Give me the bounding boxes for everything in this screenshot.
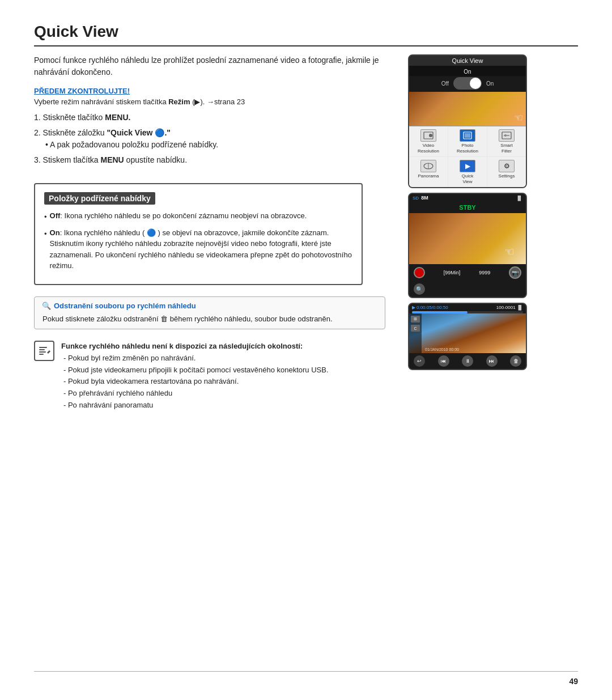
- svg-marker-4: [47, 350, 50, 354]
- quickview-icon: ▶: [460, 160, 475, 172]
- zoom-button[interactable]: 🔍: [414, 283, 425, 295]
- menu-item-settings[interactable]: ⚙ Settings: [487, 157, 526, 187]
- on-label-row: On: [409, 66, 526, 76]
- caption-icon: C: [411, 325, 420, 332]
- step-1: 1. Stiskněte tlačítko MENU.: [34, 112, 385, 124]
- note-item-5: Po nahrávání panoramatu: [63, 400, 329, 411]
- device-bot-statusbar: ▶ 0:00:05/0:00:50 100-0001 ▐▌: [409, 304, 526, 311]
- predem-link[interactable]: PŘEDEM ZKONTROLUJTE!: [34, 87, 130, 95]
- odstraneni-desc: Pokud stisknete záložku odstranění 🗑 běh…: [42, 313, 377, 325]
- delete-button-bot[interactable]: 🗑: [510, 355, 521, 367]
- stby-row: STBY: [409, 202, 526, 213]
- file-id: 100-0001: [496, 305, 516, 310]
- polozky-box: Položky podřízené nabídky • Off: Ikona r…: [34, 183, 363, 285]
- odstraneni-title-text: Odstranění souboru po rychlém náhledu: [54, 302, 196, 310]
- menu-item-smart-filter[interactable]: SmartFilter: [487, 126, 526, 156]
- pause-button[interactable]: ⏸: [462, 355, 473, 367]
- step-1-number: 1.: [34, 113, 41, 122]
- settings-icon: ⚙: [499, 160, 515, 172]
- menu-item-panorama-label: Panorama: [418, 173, 439, 179]
- note-box: Funkce rychlého náhledu není k dispozici…: [34, 341, 397, 411]
- bullet-on: •: [44, 228, 47, 271]
- polozky-on-text: On: Ikona rychlého náhledu ( 🔵 ) se obje…: [50, 227, 352, 271]
- date-label: 01/JAN/2010 00:00: [425, 347, 459, 351]
- menu-bold-1: MENU.: [105, 113, 130, 122]
- quickview-bold: "Quick View 🔵.": [107, 128, 171, 137]
- toggle-thumb: [470, 78, 481, 89]
- sd-icon: SD: [413, 196, 419, 201]
- photo-preview-top: ☜: [409, 92, 526, 126]
- step-3: 3. Stiskem tlačítka MENU opustíte nabídk…: [34, 154, 385, 166]
- toggle-row: Off On: [409, 76, 526, 92]
- note-text: Funkce rychlého náhledu není k dispozici…: [61, 341, 329, 411]
- intro-text: Pomocí funkce rychlého náhledu lze prohl…: [34, 54, 385, 78]
- bottom-divider: [34, 671, 578, 672]
- page-title: Quick View: [34, 23, 578, 41]
- back-button[interactable]: ↩: [414, 355, 425, 367]
- 8m-label: 8M: [421, 195, 428, 201]
- note-item-3: Pokud byla videokamera restartována po n…: [63, 376, 329, 388]
- svg-rect-1: [39, 349, 45, 350]
- note-item-2: Pokud jste videokameru připojili k počít…: [63, 364, 329, 376]
- main-content: Pomocí funkce rychlého náhledu lze prohl…: [34, 54, 578, 411]
- menu-item-photo-label: PhotoResolution: [457, 143, 478, 154]
- svg-rect-0: [39, 347, 47, 348]
- toggle-on-label: On: [486, 80, 494, 87]
- search-icon: 🔍: [42, 302, 50, 309]
- play-icon-small: ▶: [412, 305, 415, 310]
- time-label: [99Min]: [444, 270, 461, 275]
- note-item-1: Pokud byl režim změněn po nahrávání.: [63, 353, 329, 364]
- polozky-title: Položky podřízené nabídky: [44, 192, 155, 205]
- panorama-icon: [420, 160, 436, 172]
- menu-item-settings-label: Settings: [499, 173, 515, 179]
- camera-button[interactable]: 📷: [509, 266, 521, 279]
- menu-item-panorama[interactable]: Panorama: [409, 157, 448, 187]
- bullet-off: •: [44, 211, 47, 223]
- timecode: 0:00:05/0:00:50: [416, 305, 448, 310]
- toggle-off-label: Off: [441, 80, 449, 87]
- photo-preview-bot: ⊞ C 01/JAN/2010 00:00: [409, 313, 526, 353]
- on-text: On: [464, 69, 471, 75]
- predem-section: PŘEDEM ZKONTROLUJTE! Vyberte režim nahrá…: [34, 86, 397, 106]
- device-mid: SD 8M ▐▌ STBY ☜ [99Min] 9999 📷 🔍: [408, 193, 527, 298]
- menu-item-video-res[interactable]: VideoResolution: [409, 126, 448, 156]
- menu-item-smart-label: SmartFilter: [500, 143, 512, 154]
- left-column: Pomocí funkce rychlého náhledu lze prohl…: [34, 54, 397, 411]
- odstraneni-title: 🔍 Odstranění souboru po rychlém náhledu: [42, 302, 377, 310]
- record-button[interactable]: [414, 267, 425, 278]
- note-bold: Funkce rychlého náhledu není k dispozici…: [61, 342, 303, 350]
- device-top-header: Quick View: [409, 56, 526, 66]
- rewind-button[interactable]: ⏮: [438, 355, 449, 367]
- predem-desc: Vyberte režim nahrávání stiskem tlačítka…: [34, 97, 385, 106]
- rezim-bold: Režim: [168, 97, 190, 106]
- menu-item-photo-res[interactable]: PhotoResolution: [448, 126, 487, 156]
- svg-point-6: [429, 134, 432, 137]
- polozky-item-off: • Off: Ikona rychlého náhledu se po doko…: [44, 210, 352, 223]
- step-2-sub: • A pak požadovanou položku podřízené na…: [45, 140, 218, 149]
- right-column: Quick View On Off On ☜: [408, 54, 533, 411]
- video-res-icon: [420, 129, 436, 142]
- top-divider: [34, 45, 578, 46]
- device-mid-bottom: 🔍: [409, 281, 526, 297]
- device-top: Quick View On Off On ☜: [408, 54, 527, 188]
- touch-icon-top: ☜: [514, 112, 523, 124]
- device-bot-controls: ↩ ⏮ ⏸ ⏭ 🗑: [409, 353, 526, 369]
- step-2-number: 2.: [34, 128, 41, 137]
- battery-icon: ▐▌: [516, 196, 522, 201]
- stby-label: STBY: [413, 203, 522, 212]
- forward-button[interactable]: ⏭: [486, 355, 498, 367]
- device-mid-statusbar: SD 8M ▐▌: [409, 194, 526, 202]
- touch-icon-mid: ☜: [504, 245, 515, 258]
- smart-filter-icon: [499, 129, 515, 142]
- menu-item-quickview[interactable]: ▶ QuickView: [448, 157, 487, 187]
- polozky-item-on: • On: Ikona rychlého náhledu ( 🔵 ) se ob…: [44, 227, 352, 271]
- svg-point-11: [504, 134, 507, 137]
- page-number: 49: [569, 677, 578, 686]
- shot-count: 9999: [479, 270, 490, 275]
- bat-icon-bot: ▐▌: [517, 305, 523, 310]
- toggle-track[interactable]: [453, 77, 482, 90]
- device-bot: ▶ 0:00:05/0:00:50 100-0001 ▐▌ ⊞ C 01/JAN…: [408, 303, 527, 370]
- photo-preview-mid: ☜: [409, 213, 526, 264]
- odstraneni-box: 🔍 Odstranění souboru po rychlém náhledu …: [34, 296, 385, 330]
- device-menu-grid: VideoResolution PhotoResolution: [409, 126, 526, 187]
